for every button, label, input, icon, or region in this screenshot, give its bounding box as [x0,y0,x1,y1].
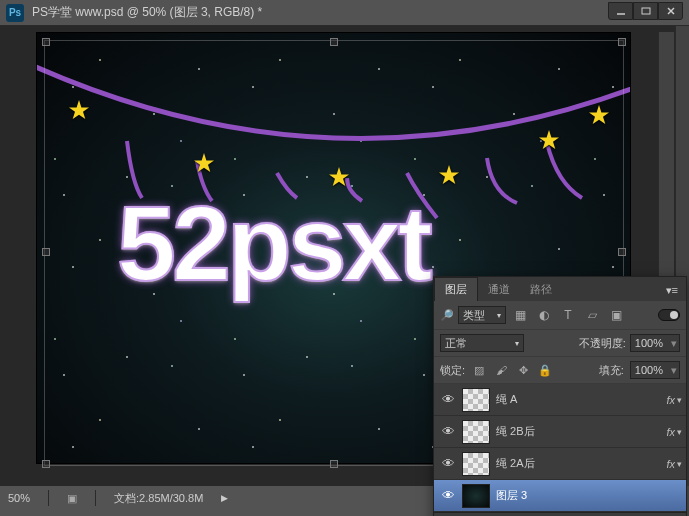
layer-row[interactable]: 👁 绳 A fx▾ [434,384,686,416]
blend-opacity-row: 正常▾ 不透明度: 100%▾ [434,330,686,357]
layer-row[interactable]: 👁 绳 2B后 fx▾ [434,416,686,448]
filter-shape-icon[interactable]: ▱ [582,305,602,325]
layer-name[interactable]: 绳 2A后 [496,456,666,471]
visibility-toggle[interactable]: 👁 [434,488,462,503]
opacity-input[interactable]: 100%▾ [630,334,680,352]
lock-position-icon[interactable]: ✥ [515,362,531,378]
panel-tabs: 图层 通道 路径 ▾≡ [434,277,686,301]
transform-handle[interactable] [42,38,50,46]
canvas-area: 52psxt 图层 通道 路径 ▾≡ 🔎 类型▾ ▦ ◐ T ▱ ▣ [0,26,689,486]
fx-caret-icon[interactable]: ▾ [677,459,682,469]
filter-kind-icon: 🔎 [440,309,454,322]
fill-label: 填充: [599,363,624,378]
lock-transparent-icon[interactable]: ▨ [471,362,487,378]
layers-panel-footer: ⛓ fx▾ ◯ ◐ 🗀 ▤ 🗑 [434,512,686,516]
app-icon: Ps [6,4,24,22]
layer-thumbnail[interactable] [462,452,490,476]
separator [48,490,49,506]
layer-thumbnail[interactable] [462,388,490,412]
lock-row: 锁定: ▨ 🖌 ✥ 🔒 填充: 100%▾ [434,357,686,384]
opacity-label: 不透明度: [579,336,626,351]
transform-handle[interactable] [618,248,626,256]
statusbar-menu-icon[interactable]: ▶ [221,493,228,503]
layer-name[interactable]: 绳 A [496,392,666,407]
layer-name[interactable]: 绳 2B后 [496,424,666,439]
panel-menu-button[interactable]: ▾≡ [658,280,686,301]
visibility-toggle[interactable]: 👁 [434,392,462,407]
lock-label: 锁定: [440,363,465,378]
separator [95,490,96,506]
visibility-toggle[interactable]: 👁 [434,456,462,471]
filter-toggle[interactable] [658,309,680,321]
lock-pixels-icon[interactable]: 🖌 [493,362,509,378]
transform-handle[interactable] [42,248,50,256]
zoom-level[interactable]: 50% [8,492,30,504]
minimize-button[interactable] [608,2,633,20]
layer-list: 👁 绳 A fx▾ 👁 绳 2B后 fx▾ 👁 绳 2A后 fx▾ 👁 图层 [434,384,686,512]
filter-type-icon[interactable]: T [558,305,578,325]
fx-caret-icon[interactable]: ▾ [677,427,682,437]
blend-mode-select[interactable]: 正常▾ [440,334,524,352]
titlebar: Ps PS学堂 www.psd @ 50% (图层 3, RGB/8) * [0,0,689,26]
transform-handle[interactable] [42,460,50,468]
fx-caret-icon[interactable]: ▾ [677,395,682,405]
fx-badge[interactable]: fx [666,394,675,406]
lock-all-icon[interactable]: 🔒 [537,362,553,378]
transform-handle[interactable] [618,38,626,46]
maximize-button[interactable] [633,2,658,20]
transform-handle[interactable] [330,38,338,46]
filter-smart-icon[interactable]: ▣ [606,305,626,325]
filter-kind-select[interactable]: 类型▾ [458,306,506,324]
layer-row[interactable]: 👁 绳 2A后 fx▾ [434,448,686,480]
fill-input[interactable]: 100%▾ [630,361,680,379]
window-controls [608,6,683,20]
layers-panel: 图层 通道 路径 ▾≡ 🔎 类型▾ ▦ ◐ T ▱ ▣ 正常▾ 不透明度: 10… [433,276,687,516]
svg-rect-1 [642,8,650,14]
fx-badge[interactable]: fx [666,426,675,438]
transform-handle[interactable] [330,460,338,468]
close-button[interactable] [658,2,683,20]
layer-name[interactable]: 图层 3 [496,488,682,503]
tab-layers[interactable]: 图层 [434,277,478,301]
doc-size[interactable]: 文档:2.85M/30.8M [114,491,203,506]
tab-channels[interactable]: 通道 [478,278,520,301]
filter-adjust-icon[interactable]: ◐ [534,305,554,325]
layer-thumbnail[interactable] [462,484,490,508]
layer-filter-row: 🔎 类型▾ ▦ ◐ T ▱ ▣ [434,301,686,330]
layer-thumbnail[interactable] [462,420,490,444]
fx-badge[interactable]: fx [666,458,675,470]
filter-pixel-icon[interactable]: ▦ [510,305,530,325]
visibility-toggle[interactable]: 👁 [434,424,462,439]
tab-paths[interactable]: 路径 [520,278,562,301]
layer-row[interactable]: 👁 图层 3 [434,480,686,512]
document-title: PS学堂 www.psd @ 50% (图层 3, RGB/8) * [32,4,608,21]
preview-icon[interactable]: ▣ [67,492,77,505]
